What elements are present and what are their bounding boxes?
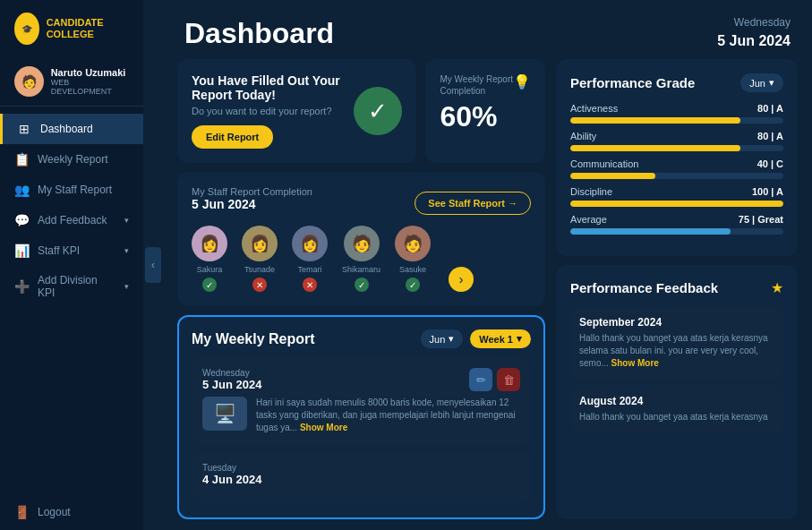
bulb-icon: 💡 xyxy=(513,73,531,90)
staff-name-shikamaru: Shikamaru xyxy=(342,265,380,274)
report-filled-card: You Have Filled Out Your Report Today! D… xyxy=(177,59,416,163)
grade-label-discipline: Discipline xyxy=(570,186,612,197)
feedback-show-more-september[interactable]: Show More xyxy=(611,358,659,368)
add-feedback-icon: 💬 xyxy=(14,213,29,227)
performance-grade-title: Performance Grade xyxy=(570,75,695,90)
grade-value-discipline: 100 | A xyxy=(752,186,783,197)
staff-status-shikamaru: ✓ xyxy=(355,278,369,292)
entry-date-tuesday: 4 Jun 2024 xyxy=(202,473,520,486)
header-date: Wednesday 5 Jun 2024 xyxy=(717,14,791,52)
feedback-month-september: September 2024 xyxy=(579,316,774,329)
right-panel: Performance Grade Jun ▾ Activeness 80 | … xyxy=(556,59,798,519)
user-role: WEB DEVELOPMENT xyxy=(51,78,129,96)
feedback-text-september: Hallo thank you banget yaa atas kerja ke… xyxy=(579,332,774,370)
chevron-down-icon: ▾ xyxy=(124,216,129,225)
staff-kpi-icon: 📊 xyxy=(14,244,29,258)
content-area: You Have Filled Out Your Report Today! D… xyxy=(163,59,812,530)
sidebar-label-dashboard: Dashboard xyxy=(40,123,93,135)
weekly-completion-percent: 60% xyxy=(440,100,531,133)
edit-entry-button[interactable]: ✏ xyxy=(469,368,492,391)
staff-name-sasuke: Sasuke xyxy=(399,265,426,274)
performance-grade-month-button[interactable]: Jun ▾ xyxy=(740,73,783,92)
staff-avatar-sasuke: 🧑 xyxy=(395,226,431,261)
list-item: 👩 Sakura ✓ xyxy=(192,226,227,292)
report-filled-title: You Have Filled Out Your Report Today! xyxy=(192,73,343,102)
sidebar-item-staff-kpi[interactable]: 📊 Staff KPI ▾ xyxy=(0,235,143,266)
left-panel: You Have Filled Out Your Report Today! D… xyxy=(177,59,545,519)
my-staff-report-icon: 👥 xyxy=(14,183,29,197)
show-more-button[interactable]: Show More xyxy=(300,423,347,432)
sidebar-item-my-staff-report[interactable]: 👥 My Staff Report xyxy=(0,175,143,205)
weekly-report-title: My Weekly Report xyxy=(192,331,414,347)
performance-feedback-header: Performance Feedback ★ xyxy=(570,279,783,296)
sidebar-item-add-division-kpi[interactable]: ➕ Add Division KPI ▾ xyxy=(0,266,143,307)
sidebar-collapse-button[interactable]: ‹ xyxy=(145,247,161,283)
dashboard-icon: ⊞ xyxy=(17,122,31,136)
grade-discipline: Discipline 100 | A xyxy=(570,186,783,207)
grade-value-communication: 40 | C xyxy=(757,158,783,169)
logo-icon: 🎓 xyxy=(14,13,39,45)
logout-icon: 🚪 xyxy=(14,505,29,519)
staff-avatars: 👩 Sakura ✓ 👩 Tsunade ✕ 👩 Temari ✕ xyxy=(192,226,531,292)
grade-value-ability: 80 | A xyxy=(757,131,783,141)
week-selector-button[interactable]: Week 1 ▾ xyxy=(470,329,531,348)
report-entry-wednesday: Wednesday 5 Jun 2024 ✏ 🗑 🖥️ Hari ini say… xyxy=(192,357,531,445)
performance-feedback-title: Performance Feedback xyxy=(570,280,718,295)
staff-report-card: My Staff Report Completion 5 Jun 2024 Se… xyxy=(177,172,545,306)
logo: 🎓 CANDIDATE COLLEGE xyxy=(0,0,143,57)
week-chevron-icon: ▾ xyxy=(517,333,522,345)
feedback-text-august: Hallo thank you banget yaa atas kerja ke… xyxy=(579,411,774,423)
chevron-down-icon-kpi: ▾ xyxy=(124,246,129,255)
report-entry-tuesday: Tuesday 4 Jun 2024 xyxy=(192,452,531,502)
see-staff-report-button[interactable]: See Staff Report → xyxy=(415,192,531,215)
weekly-completion-card: My Weekly ReportCompletion 💡 60% xyxy=(425,59,545,163)
add-division-icon: ➕ xyxy=(14,279,29,294)
check-circle: ✓ xyxy=(354,87,402,135)
staff-avatar-tsunade: 👩 xyxy=(242,226,278,261)
edit-report-button[interactable]: Edit Report xyxy=(192,125,273,149)
delete-entry-button[interactable]: 🗑 xyxy=(497,368,520,391)
sidebar-item-dashboard[interactable]: ⊞ Dashboard xyxy=(0,114,143,144)
list-item: 🧑 Shikamaru ✓ xyxy=(342,226,380,292)
staff-name-sakura: Sakura xyxy=(197,265,223,274)
feedback-entry-august: August 2024 Hallo thank you banget yaa a… xyxy=(570,386,783,432)
next-arrow-button[interactable]: › xyxy=(449,267,474,292)
feedback-content-september: Hallo thank you banget yaa atas kerja ke… xyxy=(579,333,768,368)
entry-text-content: Hari ini saya sudah menulis 8000 baris k… xyxy=(256,398,516,432)
chevron-down-icon-div: ▾ xyxy=(124,282,129,291)
page-header: Dashboard Wednesday 5 Jun 2024 xyxy=(163,0,812,59)
sidebar-label-staff-kpi: Staff KPI xyxy=(38,244,80,257)
performance-grade-month-label: Jun xyxy=(749,78,765,89)
staff-avatar-sakura: 👩 xyxy=(192,226,227,261)
grade-ability: Ability 80 | A xyxy=(570,131,783,151)
grade-label-ability: Ability xyxy=(570,131,596,141)
grade-list: Activeness 80 | A Ability 80 | A xyxy=(570,103,783,235)
month-chevron-icon: ▾ xyxy=(449,333,454,345)
user-info: Naruto Uzumaki WEB DEVELOPMENT xyxy=(51,67,129,96)
grade-label-communication: Communication xyxy=(570,158,638,169)
date-value: 5 Jun 2024 xyxy=(717,30,791,52)
entry-date-wednesday: 5 Jun 2024 xyxy=(202,378,262,391)
staff-avatar-shikamaru: 🧑 xyxy=(344,226,380,261)
sidebar-item-add-feedback[interactable]: 💬 Add Feedback ▾ xyxy=(0,205,143,235)
grade-label-activeness: Activeness xyxy=(570,103,618,114)
entry-content: 🖥️ Hari ini saya sudah menulis 8000 bari… xyxy=(202,397,520,434)
week-selector-label: Week 1 xyxy=(479,334,513,345)
weekly-completion-label: My Weekly ReportCompletion xyxy=(440,73,513,97)
performance-grade-chevron-icon: ▾ xyxy=(769,77,774,89)
grade-activeness: Activeness 80 | A xyxy=(570,103,783,124)
sidebar: 🎓 CANDIDATE COLLEGE 🧑 Naruto Uzumaki WEB… xyxy=(0,0,143,530)
logout-label: Logout xyxy=(38,506,71,518)
weekly-report-card: My Weekly Report Jun ▾ Week 1 ▾ Wednesda… xyxy=(177,315,545,519)
grade-label-average: Average xyxy=(570,214,607,225)
grade-value-average: 75 | Great xyxy=(739,214,783,225)
logout-button[interactable]: 🚪 Logout xyxy=(0,494,143,530)
month-selector-button[interactable]: Jun ▾ xyxy=(421,329,464,348)
entry-day-wednesday: Wednesday xyxy=(202,368,262,378)
month-selector-label: Jun xyxy=(430,334,446,345)
avatar: 🧑 xyxy=(14,66,44,97)
sidebar-label-weekly-report: Weekly Report xyxy=(38,153,107,166)
staff-status-tsunade: ✕ xyxy=(252,278,267,292)
sidebar-item-weekly-report[interactable]: 📋 Weekly Report xyxy=(0,144,143,175)
report-filled-subtitle: Do you want to edit your report? xyxy=(192,106,343,116)
